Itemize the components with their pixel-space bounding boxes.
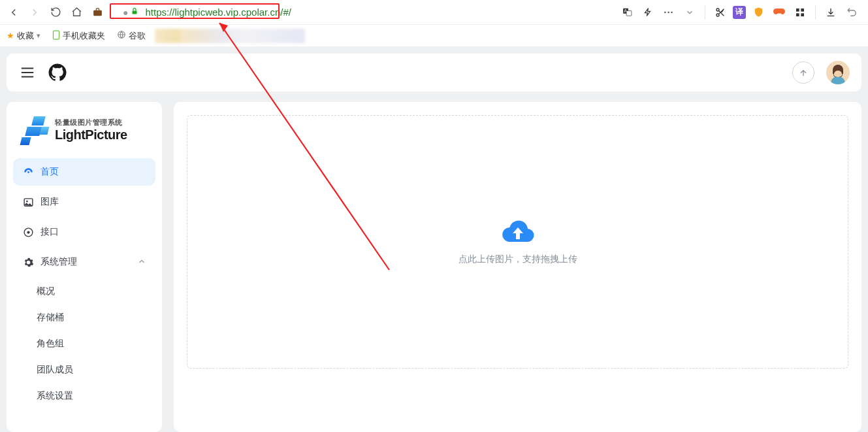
- gamepad-icon[interactable]: [771, 4, 788, 21]
- svg-rect-4: [626, 10, 632, 16]
- address-bar[interactable]: ● https://lightpicweb.vip.cpolar.cn/#/: [114, 5, 612, 19]
- bookmarks-bar: ★ 收藏 ▾ 手机收藏夹 谷歌: [0, 25, 868, 47]
- translate-icon[interactable]: A: [619, 4, 635, 21]
- sidebar-item-api[interactable]: 接口: [13, 218, 155, 246]
- sidebar-sub-team[interactable]: 团队成员: [27, 357, 155, 383]
- scissors-icon[interactable]: [712, 4, 729, 21]
- more-icon[interactable]: ···: [660, 4, 677, 21]
- dashboard-icon: [22, 166, 34, 178]
- svg-rect-10: [801, 13, 804, 16]
- gear-icon: [22, 256, 34, 268]
- translate-ext-icon[interactable]: 译: [733, 6, 746, 19]
- back-button[interactable]: [4, 3, 24, 22]
- svg-point-17: [27, 231, 29, 233]
- url-text: https://lightpicweb.vip.cpolar.cn/#/: [142, 5, 293, 19]
- flash-icon[interactable]: [639, 4, 656, 21]
- sidebar-sub-roles[interactable]: 角色组: [27, 331, 155, 357]
- sidebar-item-label: 系统管理: [40, 256, 77, 268]
- sidebar-submenu: 概况 存储桶 角色组 团队成员 系统设置: [13, 278, 155, 409]
- sidebar-item-label: 图库: [40, 196, 59, 208]
- upload-button[interactable]: [792, 61, 814, 84]
- svg-rect-8: [801, 8, 804, 12]
- sidebar-item-label: 接口: [40, 226, 59, 238]
- svg-rect-7: [796, 8, 799, 12]
- google-label: 谷歌: [129, 30, 146, 42]
- logo: 轻量级图片管理系统 LightPicture: [13, 115, 155, 158]
- browser-nav-bar: ● https://lightpicweb.vip.cpolar.cn/#/ A…: [0, 0, 868, 25]
- home-button[interactable]: [67, 3, 86, 22]
- api-icon: [22, 226, 34, 238]
- lock-icon: [131, 7, 138, 18]
- image-icon: [22, 196, 34, 208]
- bookmark-blur-region: [155, 29, 305, 43]
- app-header: [7, 54, 861, 91]
- upload-prompt: 点此上传图片，支持拖拽上传: [458, 254, 577, 265]
- star-icon: ★: [7, 31, 14, 41]
- svg-rect-11: [54, 31, 59, 39]
- download-icon[interactable]: [822, 4, 839, 21]
- shield-icon[interactable]: [750, 4, 767, 21]
- logo-subtitle: 轻量级图片管理系统: [55, 118, 127, 127]
- favorites-label: 收藏: [17, 30, 34, 42]
- favorites-button[interactable]: ★ 收藏 ▾: [4, 29, 43, 43]
- github-link[interactable]: [48, 63, 67, 82]
- reload-button[interactable]: [46, 3, 65, 22]
- globe-icon: [117, 30, 126, 41]
- sidebar-sub-storage[interactable]: 存储桶: [27, 305, 155, 331]
- apps-icon[interactable]: [792, 4, 809, 21]
- google-bookmark-button[interactable]: 谷歌: [114, 29, 148, 43]
- mobile-icon: [52, 30, 60, 42]
- toolbar-right: A ··· 译: [619, 4, 864, 21]
- logo-title: LightPicture: [55, 127, 127, 142]
- sidebar-sub-settings[interactable]: 系统设置: [27, 383, 155, 409]
- sidebar-sub-overview[interactable]: 概况: [27, 278, 155, 305]
- sidebar: 轻量级图片管理系统 LightPicture 首页 图库: [7, 102, 162, 432]
- sidebar-item-label: 首页: [40, 166, 59, 178]
- mobile-label: 手机收藏夹: [63, 30, 105, 42]
- chevron-up-icon: [137, 257, 146, 268]
- chevron-down-icon[interactable]: [681, 4, 698, 21]
- svg-rect-0: [93, 10, 102, 16]
- main-panel: 点此上传图片，支持拖拽上传: [174, 102, 861, 432]
- logo-mark: [18, 115, 50, 145]
- menu-toggle-button[interactable]: [18, 63, 37, 82]
- sidebar-item-home[interactable]: 首页: [13, 158, 155, 186]
- sidebar-item-system[interactable]: 系统管理: [13, 248, 155, 276]
- svg-rect-9: [796, 13, 799, 16]
- undo-icon[interactable]: [843, 4, 860, 21]
- app-background: 轻量级图片管理系统 LightPicture 首页 图库: [0, 47, 868, 432]
- upload-dropzone[interactable]: 点此上传图片，支持拖拽上传: [187, 115, 848, 369]
- user-avatar[interactable]: [826, 61, 850, 84]
- svg-point-13: [27, 171, 29, 173]
- svg-point-15: [25, 200, 27, 202]
- svg-rect-1: [133, 11, 137, 14]
- briefcase-icon[interactable]: [88, 3, 107, 22]
- sidebar-item-gallery[interactable]: 图库: [13, 188, 155, 216]
- mobile-bookmarks-button[interactable]: 手机收藏夹: [50, 29, 108, 43]
- forward-button[interactable]: [25, 3, 44, 22]
- cloud-upload-icon: [501, 218, 535, 244]
